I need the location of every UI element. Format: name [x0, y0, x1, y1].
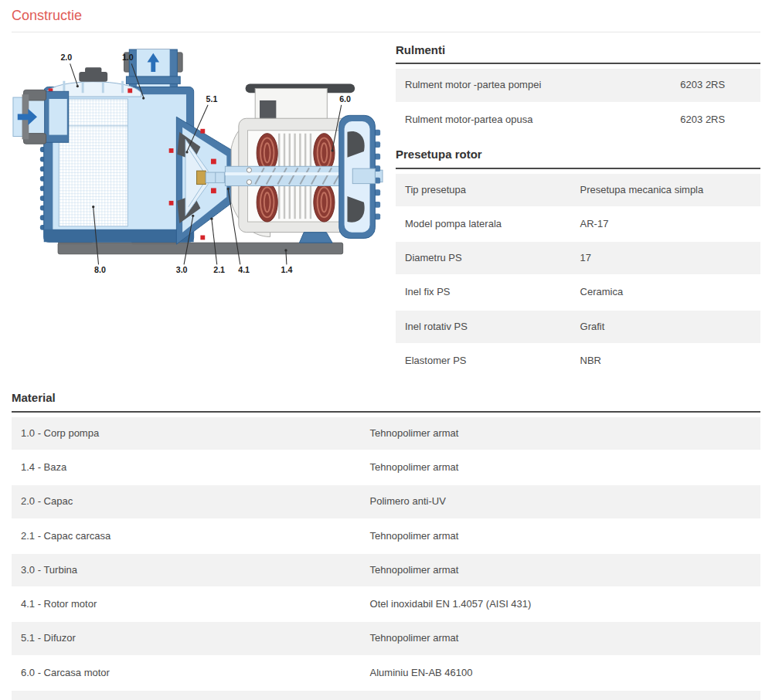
diagram-label-8-0: 8.0 — [94, 265, 106, 274]
presetupa-title: Presetupa rotor — [396, 148, 760, 169]
table-row: 2.0 - Capac Polimero anti-UV — [12, 485, 760, 518]
table-row: 6.0 - Carcasa motor Aluminiu EN-AB 46100 — [12, 657, 760, 689]
spec-value-cell: Tehnopolimer armat — [361, 520, 760, 552]
table-row: Elastomer PS NBR — [396, 345, 760, 377]
table-row: 1.4 - Baza Tehnopolimer armat — [12, 451, 760, 484]
spec-label-cell: Model pompa laterala — [396, 208, 571, 240]
spec-value-cell: Grafit — [571, 311, 760, 343]
table-row: 4.1 - Rotor motor Otel inoxidabil EN 1.4… — [12, 588, 760, 620]
page: Constructie — [0, 0, 772, 700]
lid-knob — [79, 67, 107, 81]
rulmenti-section: Rulmenti Rulment motor -partea pompei 62… — [396, 43, 760, 138]
motor-assembly — [225, 83, 383, 243]
diagram-label-2-1: 2.1 — [213, 265, 225, 274]
page-title: Constructie — [12, 8, 760, 25]
diagram-label-2-0: 2.0 — [60, 52, 72, 61]
spec-value-cell: Polimero anti-UV — [361, 485, 760, 518]
fan-cover — [339, 115, 380, 238]
table-row: Rulment motor-partea opusa 6203 2RS — [396, 104, 760, 136]
spec-label-cell: 5.1 - Difuzor — [12, 622, 361, 654]
spec-value-cell: Presetupa mecanica simpla — [571, 174, 760, 206]
top-area: 2.0 1.0 5.1 6.0 8.0 3.0 2.1 4.1 1.4 Rulm… — [12, 43, 760, 379]
table-row: Rulment motor -partea pompei 6203 2RS — [396, 69, 760, 101]
spec-value-cell: NBR — [571, 345, 760, 377]
material-title: Material — [12, 391, 760, 413]
shaft-hub — [197, 171, 206, 184]
material-table: 1.0 - Corp pompa Tehnopolimer armat 1.4 … — [12, 416, 760, 700]
spec-label-cell: 4.1 - Rotor motor — [12, 588, 361, 620]
spec-value-cell: Tehnopolimer armat — [361, 417, 760, 450]
spec-value-cell: Tehnopolimer armat — [361, 451, 760, 484]
table-row: 5.1 - Difuzor Tehnopolimer armat — [12, 622, 760, 654]
spec-label-cell: Rulment motor -partea pompei — [396, 69, 671, 101]
spec-label-cell: 1.4 - Baza — [12, 451, 361, 484]
spec-label-cell: 2.1 - Capac carcasa — [12, 520, 361, 552]
spec-label-cell: Tip presetupa — [396, 174, 571, 206]
spec-value-cell: Tehnopolimer armat — [361, 622, 760, 654]
diagram-label-6-0: 6.0 — [339, 93, 351, 103]
spec-value-cell: Tehnopolimer armat — [361, 691, 760, 700]
spec-label-cell: Inel rotativ PS — [396, 311, 571, 343]
spec-value-cell: Ceramica — [571, 276, 760, 308]
spec-value-cell: Aluminiu EN-AB 46100 — [361, 657, 760, 689]
spec-label-cell: Inel fix PS — [396, 276, 571, 308]
presetupa-table: Tip presetupa Presetupa mecanica simpla … — [396, 172, 760, 379]
table-row: 8.0 - Filtru /filtru de aspiratie Tehnop… — [12, 691, 760, 700]
table-row: Model pompa laterala AR-17 — [396, 208, 760, 240]
spec-value-cell: 6203 2RS — [671, 69, 760, 101]
spec-label-cell: 8.0 - Filtru /filtru de aspiratie — [12, 691, 361, 700]
pump-diagram: 2.0 1.0 5.1 6.0 8.0 3.0 2.1 4.1 1.4 — [12, 43, 384, 283]
table-row: Inel fix PS Ceramica — [396, 276, 760, 308]
table-row: 1.0 - Corp pompa Tehnopolimer armat — [12, 417, 760, 450]
diagram-label-5-1: 5.1 — [206, 93, 218, 103]
spec-label-cell: 3.0 - Turbina — [12, 554, 361, 586]
title-divider — [12, 32, 760, 32]
table-row: 2.1 - Capac carcasa Tehnopolimer armat — [12, 520, 760, 552]
table-row: Diametru PS 17 — [396, 242, 760, 274]
rulmenti-table: Rulment motor -partea pompei 6203 2RS Ru… — [396, 67, 760, 138]
spec-label-cell: Diametru PS — [396, 242, 571, 274]
rulmenti-title: Rulmenti — [396, 43, 760, 65]
material-section: Material 1.0 - Corp pompa Tehnopolimer a… — [12, 391, 760, 700]
spec-label-cell: 2.0 - Capac — [12, 485, 361, 518]
table-row: 3.0 - Turbina Tehnopolimer armat — [12, 554, 760, 586]
spec-label-cell: 6.0 - Carcasa motor — [12, 657, 361, 689]
presetupa-section: Presetupa rotor Tip presetupa Presetupa … — [396, 148, 760, 379]
spec-value-cell: AR-17 — [571, 208, 760, 240]
spec-value-cell: Otel inoxidabil EN 1.4057 (AISI 431) — [361, 588, 760, 620]
spec-label-cell: 1.0 - Corp pompa — [12, 417, 361, 450]
spec-value-cell: 17 — [571, 242, 760, 274]
motor-foot — [299, 232, 332, 243]
diagram-label-1-0: 1.0 — [122, 52, 134, 61]
spec-label-cell: Elastomer PS — [396, 345, 571, 377]
spec-label-cell: Rulment motor-partea opusa — [396, 104, 671, 136]
table-row: Tip presetupa Presetupa mecanica simpla — [396, 174, 760, 206]
right-column: Rulmenti Rulment motor -partea pompei 62… — [396, 43, 760, 379]
diagram-label-1-4: 1.4 — [281, 265, 293, 274]
diagram-label-4-1: 4.1 — [238, 265, 250, 274]
table-row: Inel rotativ PS Grafit — [396, 311, 760, 343]
spec-value-cell: 6203 2RS — [671, 104, 760, 136]
pump-diagram-svg: 2.0 1.0 5.1 6.0 8.0 3.0 2.1 4.1 1.4 — [12, 43, 384, 280]
inlet-port — [13, 90, 69, 144]
diagram-label-3-0: 3.0 — [176, 265, 188, 274]
spec-value-cell: Tehnopolimer armat — [361, 554, 760, 586]
